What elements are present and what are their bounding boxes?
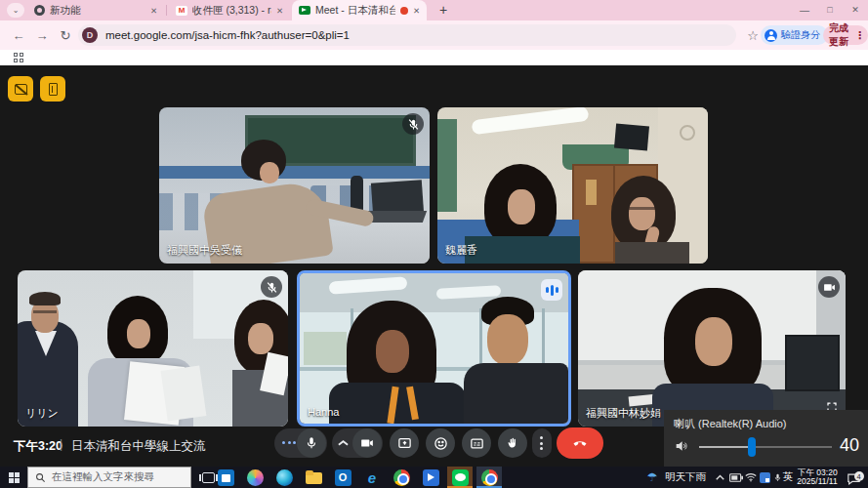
tab-whats-new[interactable]: 新功能 ✕: [27, 0, 164, 20]
back-button[interactable]: ←: [8, 23, 29, 47]
blur-effect-icon: [15, 84, 27, 95]
taskbar-chrome-active-button[interactable]: [476, 467, 502, 488]
line-icon: [452, 469, 469, 486]
verify-identity-label: 驗證身分: [781, 28, 820, 42]
close-tab-icon[interactable]: ✕: [150, 6, 157, 16]
forward-button[interactable]: →: [31, 23, 53, 47]
ie-icon: [364, 469, 381, 486]
taskbar-media-button[interactable]: [418, 467, 443, 488]
mic-off-icon: [261, 276, 282, 298]
taskbar-store-button[interactable]: [213, 467, 238, 488]
site-icon: [82, 27, 98, 43]
meeting-title: 日本清和台中學線上交流: [71, 438, 206, 455]
more-options-button[interactable]: [532, 428, 552, 458]
taskbar-outlook-button[interactable]: [330, 467, 355, 488]
meeting-clock: 下午3:20: [14, 438, 62, 455]
more-vertical-icon: [540, 436, 543, 450]
copilot-icon: [247, 469, 264, 486]
avatar-icon: [765, 29, 777, 42]
video-tile-1[interactable]: 福興國中吳受儀: [159, 107, 430, 264]
video-tile-5[interactable]: 福興國中林妙娟: [578, 270, 846, 427]
taskbar-line-button[interactable]: [447, 467, 473, 488]
windows-taskbar: 在這裡輸入文字來搜尋 ☂ 明天下雨 英 下午 03:2020: [0, 467, 868, 488]
video-tile-3[interactable]: リリン: [18, 270, 288, 427]
gmail-favicon: [176, 6, 187, 16]
volume-flyout: 喇叭 (Realtek(R) Audio) 40: [664, 410, 868, 467]
video-tile-2[interactable]: 魏麗香: [437, 107, 708, 264]
url-text: meet.google.com/jsa-hicm-fhk?authuser=0&…: [105, 29, 350, 41]
search-icon: [35, 472, 46, 483]
audio-device-label: 喇叭 (Realtek(R) Audio): [674, 417, 787, 431]
taskbar-copilot-button[interactable]: [242, 467, 268, 488]
meet-main-area: 福興國中吳受儀 魏麗香: [0, 65, 868, 467]
present-button[interactable]: [390, 428, 419, 458]
start-button[interactable]: [0, 467, 27, 488]
finish-update-chip[interactable]: 完成更新 ⋮: [823, 25, 868, 45]
close-tab-icon[interactable]: ✕: [413, 6, 420, 16]
volume-slider-handle[interactable]: [748, 437, 756, 457]
taskbar-chrome-button[interactable]: [389, 467, 414, 488]
camera-button[interactable]: [352, 428, 382, 458]
ime-indicator[interactable]: 英: [781, 467, 795, 488]
door-icon: [49, 83, 58, 96]
battery-icon[interactable]: [728, 467, 744, 488]
phone-icon: [571, 434, 589, 452]
chrome-icon: [481, 469, 498, 486]
windows-logo-icon: [9, 472, 20, 483]
address-bar[interactable]: meet.google.com/jsa-hicm-fhk?authuser=0&…: [78, 24, 736, 46]
weather-icon[interactable]: ☂: [644, 467, 660, 488]
video-tile-4[interactable]: Hanna: [297, 270, 571, 427]
tab-separator: [166, 5, 167, 16]
captions-button[interactable]: [462, 428, 491, 458]
participant-name: 魏麗香: [445, 243, 477, 258]
window-maximize-button[interactable]: □: [818, 0, 842, 20]
tab-gmail[interactable]: 收件匣 (3,313) - rachel0107@ ✕: [169, 0, 290, 20]
camera-icon: [818, 276, 840, 298]
window-close-button[interactable]: ✕: [844, 0, 867, 20]
close-tab-icon[interactable]: ✕: [276, 6, 283, 16]
mic-button[interactable]: [297, 428, 326, 458]
raise-hand-button[interactable]: [498, 428, 527, 458]
reload-button[interactable]: ↻: [55, 23, 76, 47]
weather-text[interactable]: 明天下雨: [662, 467, 709, 488]
participant-name: Hanna: [308, 406, 339, 418]
tab-recording-icon: [400, 7, 408, 15]
tray-chevron-up-icon[interactable]: [713, 467, 726, 488]
meet-favicon: [299, 6, 310, 15]
divider: |: [60, 437, 62, 451]
wifi-icon[interactable]: [744, 467, 758, 488]
browser-menu-icon[interactable]: ⋮: [854, 29, 865, 42]
new-tab-button[interactable]: +: [434, 1, 452, 19]
window-minimize-button[interactable]: —: [793, 0, 816, 20]
speaking-indicator-icon: [541, 279, 562, 301]
tab-meet-active[interactable]: Meet - 日本清和台中學線上 ✕: [292, 0, 427, 20]
notification-center-button[interactable]: 4: [844, 467, 863, 488]
taskbar-explorer-button[interactable]: [301, 467, 326, 488]
taskbar-ie-button[interactable]: [359, 467, 385, 488]
yellow-effects-button[interactable]: [8, 76, 33, 102]
taskbar-edge-button[interactable]: [271, 467, 297, 488]
chrome-icon: [393, 469, 410, 486]
volume-slider[interactable]: [699, 437, 832, 457]
more-horizontal-icon[interactable]: [282, 441, 296, 444]
media-player-icon: [423, 469, 439, 486]
finish-update-label: 完成更新: [829, 21, 850, 49]
speaker-icon[interactable]: [674, 438, 689, 458]
clock-date: 2025/11/11: [797, 476, 837, 486]
taskbar-clock[interactable]: 下午 03:202025/11/11: [795, 467, 840, 488]
ink-workspace-icon[interactable]: [758, 467, 771, 488]
tab-search-button[interactable]: ⌄: [7, 3, 24, 18]
taskbar-search-box[interactable]: 在這裡輸入文字來搜尋: [27, 467, 191, 488]
store-icon: [218, 469, 234, 486]
volume-slider-fill: [699, 446, 752, 448]
volume-value: 40: [840, 435, 859, 456]
bookmarks-bar: [0, 50, 868, 65]
verify-identity-chip[interactable]: 驗證身分: [761, 25, 828, 45]
yellow-door-button[interactable]: [40, 76, 65, 102]
apps-grid-icon[interactable]: [14, 53, 23, 62]
reactions-button[interactable]: [426, 428, 455, 458]
end-call-button[interactable]: [557, 427, 603, 459]
tab-title: 新功能: [50, 4, 145, 18]
edge-icon: [276, 469, 293, 486]
participant-name: 福興國中林妙娟: [586, 406, 661, 421]
